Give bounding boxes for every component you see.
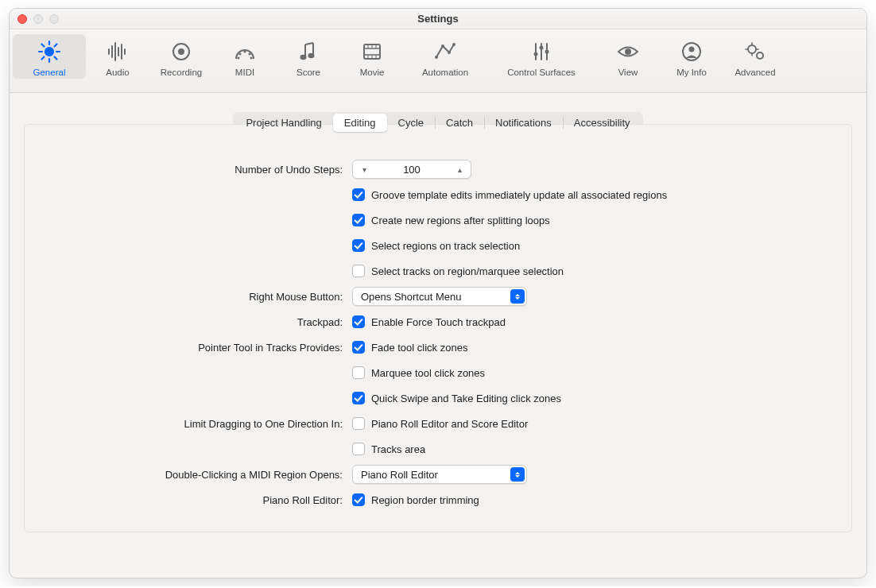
titlebar: Settings <box>10 9 866 29</box>
dblclick-select[interactable]: Piano Roll Editor <box>352 465 527 484</box>
force-touch-label: Enable Force Touch trackpad <box>371 316 506 328</box>
svg-point-44 <box>540 46 544 50</box>
groove-update-checkbox[interactable] <box>352 188 365 201</box>
new-regions-split-checkbox[interactable] <box>352 214 365 226</box>
svg-point-38 <box>448 51 451 54</box>
tab-notifications[interactable]: Notifications <box>484 114 563 132</box>
user-circle-icon <box>661 37 722 66</box>
window-title: Settings <box>10 13 866 25</box>
toolbar-view-label: View <box>598 68 658 77</box>
toolbar-ctlsurf-label: Control Surfaces <box>488 68 595 77</box>
svg-point-48 <box>689 47 695 52</box>
toolbar-control-surfaces[interactable]: Control Surfaces <box>486 34 596 79</box>
sub-tabs: Project Handling Editing Cycle Catch Not… <box>233 112 642 133</box>
midi-icon <box>215 37 275 66</box>
force-touch-checkbox[interactable] <box>352 315 365 328</box>
toolbar-audio[interactable]: Audio <box>86 34 149 79</box>
svg-point-45 <box>545 50 549 54</box>
rmb-label: Right Mouse Button: <box>25 291 343 303</box>
chevron-down-icon[interactable]: ▾ <box>353 165 375 174</box>
toolbar-automation[interactable]: Automation <box>404 34 486 79</box>
undo-label: Number of Undo Steps: <box>25 164 343 176</box>
toolbar-advanced-label: Advanced <box>725 68 785 77</box>
svg-point-21 <box>250 57 253 60</box>
rmb-select[interactable]: Opens Shortcut Menu <box>352 287 527 306</box>
toolbar-score-label: Score <box>278 68 339 77</box>
record-icon <box>151 37 211 66</box>
sliders-icon <box>488 37 595 66</box>
svg-point-18 <box>244 51 246 53</box>
fade-zones-checkbox[interactable] <box>352 341 365 354</box>
svg-point-49 <box>748 45 756 53</box>
minimize-icon[interactable] <box>33 14 43 24</box>
toolbar-myinfo-label: My Info <box>661 68 722 77</box>
quickswipe-checkbox[interactable] <box>352 392 365 404</box>
undo-stepper-value: 100 <box>375 164 448 176</box>
border-trim-checkbox[interactable] <box>352 493 365 506</box>
svg-point-16 <box>178 48 184 55</box>
toolbar-automation-label: Automation <box>405 68 485 77</box>
svg-line-8 <box>42 57 45 60</box>
svg-line-5 <box>42 44 45 47</box>
groove-update-label: Groove template edits immediately update… <box>371 189 667 201</box>
undo-stepper[interactable]: ▾ 100 ▴ <box>352 160 471 179</box>
zoom-icon[interactable] <box>49 14 59 24</box>
film-icon <box>342 37 402 66</box>
toolbar-midi-label: MIDI <box>215 68 275 77</box>
dblclick-select-value: Piano Roll Editor <box>361 469 438 481</box>
toolbar-score[interactable]: Score <box>277 34 340 79</box>
svg-point-26 <box>309 54 314 57</box>
gears-icon <box>725 37 785 66</box>
marquee-zones-label: Marquee tool click zones <box>371 367 485 379</box>
close-icon[interactable] <box>17 14 27 24</box>
limit-piano-score-label: Piano Roll Editor and Score Editor <box>371 418 528 430</box>
toolbar-movie-label: Movie <box>342 68 402 77</box>
select-regions-on-track-checkbox[interactable] <box>352 239 365 252</box>
tab-editing[interactable]: Editing <box>333 114 387 132</box>
select-regions-on-track-label: Select regions on track selection <box>371 240 520 252</box>
svg-point-39 <box>452 43 455 46</box>
tab-accessibility[interactable]: Accessibility <box>563 114 641 132</box>
limit-drag-label: Limit Dragging to One Direction In: <box>25 418 343 430</box>
waveform-icon <box>87 37 148 66</box>
limit-tracks-label: Tracks area <box>371 443 425 455</box>
eye-icon <box>598 37 658 66</box>
toolbar-general[interactable]: General <box>13 34 86 79</box>
rmb-select-value: Opens Shortcut Menu <box>361 291 461 303</box>
toolbar-view[interactable]: View <box>596 34 660 79</box>
svg-point-37 <box>441 44 444 48</box>
toolbar: General Audio Recording MIDI Score <box>10 29 866 93</box>
chevron-up-icon[interactable]: ▴ <box>448 165 471 174</box>
toolbar-general-label: General <box>14 68 84 77</box>
toolbar-advanced[interactable]: Advanced <box>723 34 787 79</box>
svg-line-7 <box>55 44 57 47</box>
select-chevrons-icon <box>510 289 525 304</box>
tab-cycle[interactable]: Cycle <box>387 114 436 132</box>
marquee-zones-checkbox[interactable] <box>352 366 365 379</box>
toolbar-recording-label: Recording <box>151 68 211 77</box>
svg-point-19 <box>249 53 251 56</box>
automation-curve-icon <box>405 37 485 66</box>
svg-point-43 <box>534 52 538 56</box>
toolbar-myinfo[interactable]: My Info <box>660 34 723 79</box>
pointer-tool-label: Pointer Tool in Tracks Provides: <box>25 342 343 354</box>
settings-window: Settings General Audio Recording MIDI <box>9 8 867 578</box>
svg-point-17 <box>239 53 242 56</box>
svg-point-50 <box>757 52 763 59</box>
music-note-icon <box>278 37 339 66</box>
tab-project-handling[interactable]: Project Handling <box>235 114 332 132</box>
new-regions-split-label: Create new regions after splitting loops <box>371 215 550 226</box>
tab-catch[interactable]: Catch <box>435 114 484 132</box>
gear-icon <box>14 37 84 66</box>
select-tracks-on-region-label: Select tracks on region/marquee selectio… <box>371 265 564 277</box>
select-tracks-on-region-checkbox[interactable] <box>352 265 365 277</box>
toolbar-midi[interactable]: MIDI <box>213 34 277 79</box>
limit-piano-score-checkbox[interactable] <box>352 417 365 430</box>
svg-point-25 <box>301 56 306 59</box>
toolbar-audio-label: Audio <box>87 68 148 77</box>
fade-zones-label: Fade tool click zones <box>371 342 467 354</box>
select-chevrons-icon <box>510 467 525 482</box>
toolbar-movie[interactable]: Movie <box>340 34 404 79</box>
limit-tracks-checkbox[interactable] <box>352 443 365 455</box>
toolbar-recording[interactable]: Recording <box>149 34 213 79</box>
